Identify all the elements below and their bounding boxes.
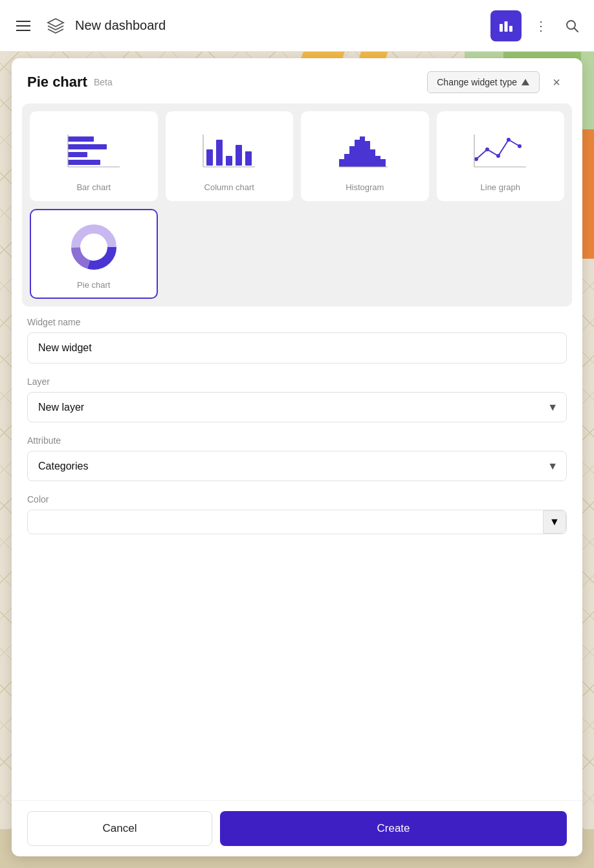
chart-button[interactable]	[490, 10, 522, 41]
color-picker-wrapper: ▼	[27, 510, 567, 534]
layer-label: Layer	[27, 376, 567, 387]
panel-header-actions: Change widget type ×	[427, 71, 567, 93]
widget-type-pie-chart[interactable]: Pie chart	[30, 209, 158, 299]
svg-rect-17	[245, 151, 252, 166]
topbar: New dashboard ⋮	[0, 0, 594, 52]
svg-point-32	[496, 154, 500, 158]
svg-rect-14	[216, 140, 223, 166]
svg-rect-16	[236, 145, 242, 166]
widget-name-input[interactable]	[27, 332, 567, 363]
svg-point-34	[518, 144, 522, 148]
panel-header: Pie chart Beta Change widget type ×	[12, 58, 582, 103]
attribute-label: Attribute	[27, 435, 567, 446]
svg-rect-2	[505, 21, 508, 32]
svg-point-30	[474, 157, 478, 161]
change-widget-type-button[interactable]: Change widget type	[427, 71, 540, 93]
create-button[interactable]: Create	[220, 811, 567, 846]
column-chart-label: Column chart	[204, 182, 254, 192]
histogram-icon	[336, 127, 394, 172]
color-dropdown-button[interactable]: ▼	[543, 510, 566, 534]
panel-footer: Cancel Create	[12, 800, 582, 856]
pie-chart-icon	[65, 221, 123, 273]
column-chart-preview	[175, 120, 285, 179]
svg-line-5	[575, 28, 578, 32]
svg-rect-27	[375, 156, 380, 167]
widget-name-label: Widget name	[27, 317, 567, 327]
svg-rect-15	[226, 156, 232, 166]
svg-point-33	[507, 138, 511, 142]
svg-marker-0	[48, 19, 63, 27]
layer-select[interactable]: New layer	[27, 392, 567, 422]
menu-icon[interactable]	[10, 13, 36, 39]
bar-chart-label: Bar chart	[76, 182, 111, 192]
main-panel: Pie chart Beta Change widget type ×	[12, 58, 582, 856]
svg-rect-25	[365, 141, 370, 167]
svg-rect-20	[339, 159, 344, 167]
triangle-up-icon	[521, 78, 530, 87]
widget-type-container: Bar chart Column chart	[22, 103, 572, 307]
widget-type-bar-chart[interactable]: Bar chart	[30, 111, 158, 201]
svg-rect-13	[206, 149, 213, 166]
panel-title: Pie chart	[27, 74, 87, 91]
line-graph-label: Line graph	[481, 182, 520, 192]
histogram-label: Histogram	[346, 182, 384, 192]
panel-title-group: Pie chart Beta	[27, 74, 113, 91]
svg-rect-3	[509, 26, 512, 32]
attribute-select-wrapper: Categories ▼	[27, 451, 567, 481]
dashboard-title: New dashboard	[75, 18, 483, 33]
svg-rect-23	[355, 140, 360, 167]
svg-rect-28	[380, 159, 386, 167]
search-icon[interactable]	[560, 14, 584, 38]
bar-chart-icon	[65, 127, 123, 172]
panel-beta-label: Beta	[94, 77, 113, 87]
layers-icon[interactable]	[44, 14, 67, 38]
svg-rect-26	[370, 149, 375, 167]
svg-rect-22	[349, 146, 355, 167]
svg-rect-7	[68, 136, 94, 142]
close-button[interactable]: ×	[546, 72, 567, 92]
svg-marker-6	[522, 79, 529, 85]
widget-type-grid: Bar chart Column chart	[30, 111, 564, 299]
svg-rect-9	[68, 152, 87, 157]
widget-type-line-graph[interactable]: Line graph	[437, 111, 565, 201]
layer-select-wrapper: New layer ▼	[27, 392, 567, 422]
pie-chart-preview	[39, 218, 149, 276]
pie-chart-label: Pie chart	[77, 280, 110, 290]
line-graph-icon	[471, 127, 529, 172]
svg-rect-8	[68, 144, 107, 149]
attribute-select[interactable]: Categories	[27, 451, 567, 481]
panel-form: Widget name Layer New layer ▼ Attribute …	[12, 307, 582, 800]
line-graph-preview	[446, 120, 556, 179]
attribute-group: Attribute Categories ▼	[27, 435, 567, 481]
svg-rect-24	[360, 136, 365, 167]
layer-group: Layer New layer ▼	[27, 376, 567, 422]
more-options-icon[interactable]: ⋮	[529, 14, 553, 38]
color-label: Color	[27, 494, 567, 505]
svg-rect-21	[344, 154, 349, 167]
widget-type-histogram[interactable]: Histogram	[301, 111, 429, 201]
widget-name-group: Widget name	[27, 317, 567, 363]
histogram-preview	[310, 120, 420, 179]
svg-point-31	[485, 147, 489, 151]
svg-rect-1	[500, 24, 503, 32]
color-group: Color ▼	[27, 494, 567, 534]
cancel-button[interactable]: Cancel	[27, 811, 212, 846]
column-chart-icon	[200, 127, 258, 172]
bar-chart-preview	[39, 120, 149, 179]
widget-type-column-chart[interactable]: Column chart	[166, 111, 294, 201]
svg-rect-10	[68, 160, 100, 165]
